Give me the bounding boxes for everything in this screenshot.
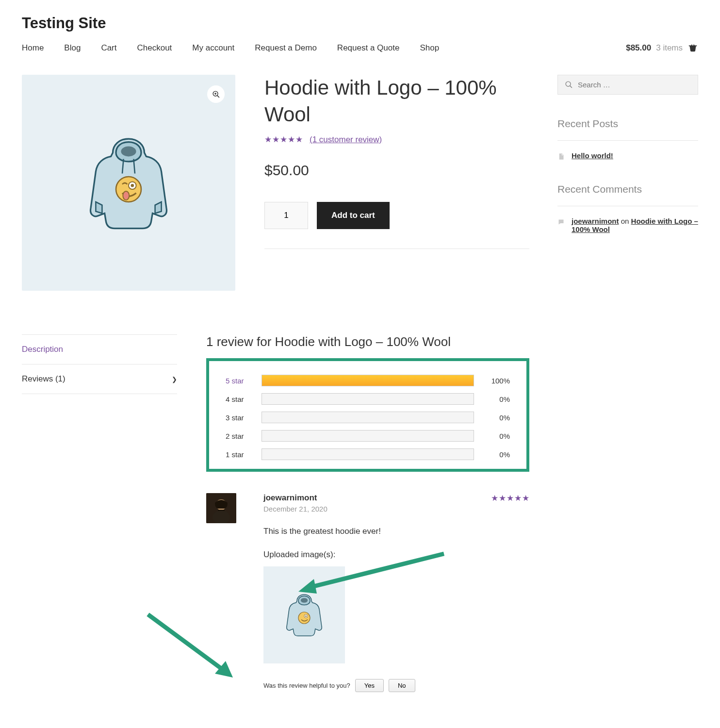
rating-label: 5 star <box>226 377 250 385</box>
cart-total: $85.00 <box>626 43 651 53</box>
rating-percent: 0% <box>486 432 510 440</box>
product-image[interactable] <box>22 75 235 291</box>
hoodie-illustration <box>65 120 192 246</box>
svg-line-1 <box>217 95 219 97</box>
star-icon: ★ <box>522 493 529 503</box>
star-icon: ★ <box>514 493 522 503</box>
rating-row-4[interactable]: 4 star 0% <box>226 393 510 405</box>
nav-account[interactable]: My account <box>192 43 234 53</box>
review-count-link[interactable]: (1 customer review) <box>310 135 382 145</box>
rating-bar <box>262 375 474 386</box>
search-icon <box>565 81 573 89</box>
svg-point-16 <box>298 612 310 624</box>
svg-point-23 <box>566 82 571 86</box>
rating-row-2[interactable]: 2 star 0% <box>226 430 510 442</box>
search-box[interactable] <box>557 75 698 95</box>
rating-row-1[interactable]: 1 star 0% <box>226 448 510 460</box>
rating-percent: 0% <box>486 414 510 422</box>
rating-percent: 0% <box>486 450 510 459</box>
list-item: joewarnimont on Hoodie with Logo – 100% … <box>557 217 698 233</box>
svg-point-18 <box>305 615 307 617</box>
site-title: Testing Site <box>22 15 698 32</box>
rating-percent: 0% <box>486 395 510 403</box>
star-icon: ★ <box>491 493 498 503</box>
nav-quote[interactable]: Request a Quote <box>337 43 400 53</box>
nav-cart[interactable]: Cart <box>101 43 116 53</box>
add-to-cart-button[interactable]: Add to cart <box>317 202 390 229</box>
recent-comments-widget: joewarnimont on Hoodie with Logo – 100% … <box>557 206 698 233</box>
rating-label: 1 star <box>226 450 250 459</box>
rating-bar <box>262 393 474 405</box>
svg-point-4 <box>121 146 136 156</box>
recent-posts-widget: Hello world! <box>557 140 698 160</box>
rating-breakdown: 5 star 100% 4 star 0% 3 star 0% <box>206 358 529 472</box>
rating-percent: 100% <box>486 377 510 385</box>
nav-checkout[interactable]: Checkout <box>137 43 172 53</box>
rating-label: 2 star <box>226 432 250 440</box>
sidebar: Recent Posts Hello world! Recent Comment… <box>557 75 698 692</box>
search-input[interactable] <box>578 81 691 89</box>
product-price: $50.00 <box>264 162 529 179</box>
comment-author-link[interactable]: joewarnimont <box>572 217 619 225</box>
annotation-arrow-icon <box>294 549 449 597</box>
recent-comments-title: Recent Comments <box>557 183 698 195</box>
nav-home[interactable]: Home <box>22 43 44 53</box>
review-text: This is the greatest hoodie ever! <box>263 527 529 536</box>
reviews-heading: 1 review for Hoodie with Logo – 100% Woo… <box>206 334 529 349</box>
header: Home Blog Cart Checkout My account Reque… <box>22 43 698 53</box>
helpful-question: Was this review helpful to you? <box>263 682 350 689</box>
review-stars: ★ ★ ★ ★ ★ <box>491 493 529 503</box>
rating-label: 4 star <box>226 395 250 403</box>
helpful-yes-button[interactable]: Yes <box>355 679 384 692</box>
recent-post-link[interactable]: Hello world! <box>572 151 613 160</box>
rating-row-5[interactable]: 5 star 100% <box>226 375 510 386</box>
svg-marker-20 <box>298 579 317 594</box>
star-icon: ★ <box>272 134 279 145</box>
main-nav: Home Blog Cart Checkout My account Reque… <box>22 43 439 53</box>
review-item: joewarnimont December 21, 2020 ★ ★ ★ ★ ★ <box>206 493 529 692</box>
helpful-prompt: Was this review helpful to you? Yes No <box>263 679 529 692</box>
svg-point-10 <box>123 191 129 199</box>
divider <box>264 248 529 249</box>
nav-blog[interactable]: Blog <box>64 43 81 53</box>
document-icon <box>557 153 565 160</box>
star-rating: ★ ★ ★ ★ ★ <box>264 134 303 145</box>
svg-line-21 <box>148 614 226 672</box>
tab-label: Reviews (1) <box>22 374 65 384</box>
star-icon: ★ <box>295 134 303 145</box>
svg-point-9 <box>131 183 134 187</box>
avatar <box>206 493 236 523</box>
quantity-input[interactable] <box>264 202 308 229</box>
rating-bar <box>262 448 474 460</box>
review-date: December 21, 2020 <box>263 505 327 513</box>
star-icon: ★ <box>264 134 272 145</box>
annotation-arrow-icon <box>143 610 240 682</box>
product-summary: Hoodie with Logo – 100% Wool ★ ★ ★ ★ ★ (… <box>264 75 529 291</box>
star-icon: ★ <box>507 493 514 503</box>
star-icon: ★ <box>288 134 295 145</box>
cart-summary[interactable]: $85.00 3 items <box>626 43 698 53</box>
nav-shop[interactable]: Shop <box>420 43 439 53</box>
comment-icon <box>557 218 565 226</box>
nav-demo[interactable]: Request a Demo <box>255 43 317 53</box>
svg-line-24 <box>570 86 572 88</box>
tab-reviews[interactable]: Reviews (1) ❯ <box>22 364 177 394</box>
recent-posts-title: Recent Posts <box>557 118 698 130</box>
helpful-no-button[interactable]: No <box>389 679 415 692</box>
rating-row-3[interactable]: 3 star 0% <box>226 412 510 423</box>
basket-icon <box>687 43 698 53</box>
reviews-panel: 1 review for Hoodie with Logo – 100% Woo… <box>206 334 529 692</box>
list-item: Hello world! <box>557 151 698 160</box>
rating-bar <box>262 430 474 442</box>
zoom-icon[interactable] <box>207 85 225 103</box>
star-icon: ★ <box>499 493 506 503</box>
svg-line-19 <box>308 554 444 588</box>
tab-description[interactable]: Description <box>22 334 177 364</box>
rating-bar <box>262 412 474 423</box>
reviewer-name: joewarnimont <box>263 493 327 503</box>
cart-count: 3 items <box>656 43 683 53</box>
product-title: Hoodie with Logo – 100% Wool <box>264 75 529 128</box>
rating-label: 3 star <box>226 414 250 422</box>
star-icon: ★ <box>280 134 287 145</box>
tab-label: Description <box>22 345 63 354</box>
